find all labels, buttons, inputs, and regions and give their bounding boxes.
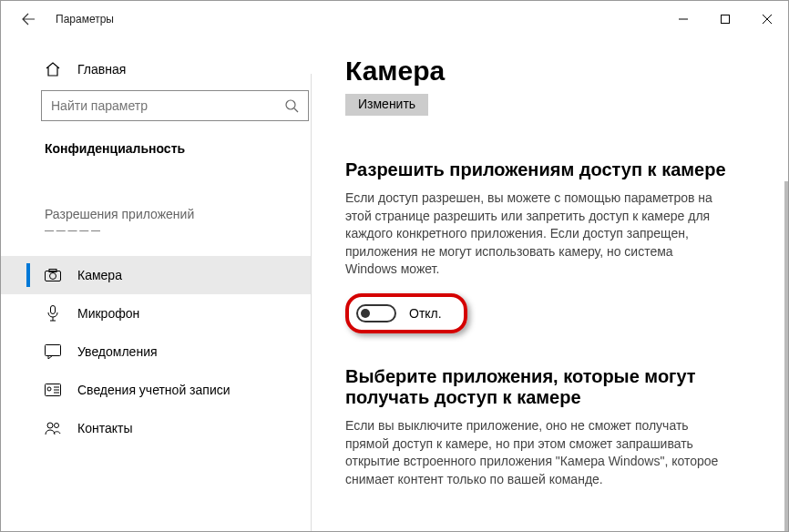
close-button[interactable]: [746, 5, 788, 34]
nav-item-label: Микрофон: [77, 306, 139, 321]
sidebar: Главная Конфиденциальность Разрешения пр…: [1, 37, 311, 531]
allow-apps-heading: Разрешить приложениям доступ к камере: [345, 159, 752, 180]
nav-item-label: Камера: [77, 268, 122, 282]
nav-item-label: Контакты: [77, 421, 132, 435]
svg-point-9: [47, 423, 53, 428]
nav-list: Камера Микрофон Уведомления Сведения уче…: [1, 256, 311, 447]
account-info-icon: [45, 384, 61, 396]
microphone-icon: [45, 305, 61, 322]
contacts-icon: [45, 421, 61, 435]
nav-item-truncated[interactable]: — — — — —: [1, 225, 311, 240]
scrollbar[interactable]: [784, 181, 788, 531]
content-pane: Камера Изменить Разрешить приложениям до…: [311, 37, 788, 531]
maximize-button[interactable]: [704, 5, 746, 34]
svg-rect-6: [46, 345, 61, 356]
svg-point-1: [286, 100, 295, 109]
camera-access-toggle[interactable]: [356, 304, 396, 322]
svg-point-3: [50, 273, 56, 280]
search-box[interactable]: [41, 90, 309, 121]
svg-rect-0: [722, 15, 730, 24]
camera-access-toggle-row: Откл.: [345, 293, 467, 333]
nav-item-label: Сведения учетной записи: [77, 383, 231, 397]
minimize-button[interactable]: [662, 5, 704, 34]
home-label: Главная: [77, 62, 126, 77]
page-title: Камера: [345, 56, 752, 87]
window-title: Параметры: [56, 13, 114, 26]
choose-apps-description: Если вы выключите приложение, оно не смо…: [345, 417, 728, 488]
back-button[interactable]: [17, 8, 39, 30]
camera-icon: [45, 269, 61, 281]
home-nav[interactable]: Главная: [1, 54, 311, 90]
privacy-section-title: Конфиденциальность: [1, 138, 311, 156]
choose-apps-heading: Выберите приложения, которые могут получ…: [345, 366, 752, 408]
nav-item-contacts[interactable]: Контакты: [1, 409, 311, 447]
change-button[interactable]: Изменить: [345, 94, 428, 116]
svg-rect-5: [51, 306, 56, 314]
nav-item-camera[interactable]: Камера: [1, 256, 311, 294]
svg-point-10: [55, 424, 59, 428]
search-icon: [284, 98, 299, 113]
home-icon: [45, 61, 61, 77]
svg-point-8: [47, 387, 51, 391]
notifications-icon: [45, 344, 61, 359]
app-permissions-subhead: Разрешения приложений: [1, 156, 311, 225]
allow-apps-description: Если доступ разрешен, вы можете с помощь…: [345, 189, 728, 279]
toggle-state-label: Откл.: [409, 306, 442, 321]
search-input[interactable]: [51, 98, 284, 113]
nav-item-microphone[interactable]: Микрофон: [1, 294, 311, 332]
nav-item-account-info[interactable]: Сведения учетной записи: [1, 371, 311, 409]
nav-item-notifications[interactable]: Уведомления: [1, 332, 311, 371]
nav-item-label: Уведомления: [77, 344, 158, 359]
